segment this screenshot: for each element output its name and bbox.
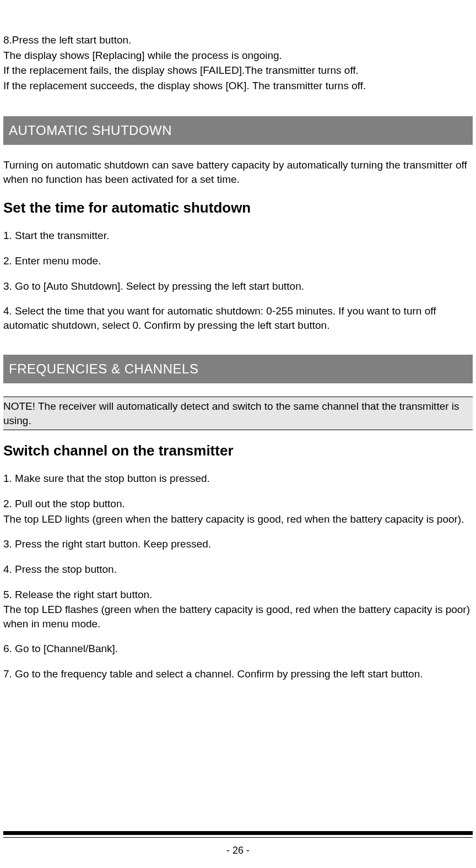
s1-step-2: 2. Enter menu mode.	[3, 254, 473, 268]
footer-hairline	[3, 837, 473, 838]
intro-line: If the replacement fails, the display sh…	[3, 63, 473, 78]
s2-step-1: 1. Make sure that the stop button is pre…	[3, 471, 473, 486]
note-text: NOTE! The receiver will automatically de…	[3, 400, 459, 426]
s1-step-4: 4. Select the time that you want for aut…	[3, 304, 473, 332]
s2-step-3: 3. Press the right start button. Keep pr…	[3, 537, 473, 551]
s1-step-3: 3. Go to [Auto Shutdown]. Select by pres…	[3, 279, 473, 294]
page: 8.Press the left start button. The displ…	[0, 0, 476, 868]
subheading-switch-channel: Switch channel on the transmitter	[3, 441, 473, 460]
s2-step-2: 2. Pull out the stop button.	[3, 497, 473, 511]
s2-step-2-after: The top LED lights (green when the batte…	[3, 512, 473, 527]
note-box: NOTE! The receiver will automatically de…	[3, 397, 473, 430]
intro-line: 8.Press the left start button.	[3, 33, 473, 47]
subheading-set-time: Set the time for automatic shutdown	[3, 198, 473, 218]
s2-step-5-after: The top LED flashes (green when the batt…	[3, 603, 473, 631]
page-number: - 26 -	[0, 844, 476, 857]
intro-line: The display shows [Replacing] while the …	[3, 48, 473, 63]
s2-step-5: 5. Release the right start button.	[3, 588, 473, 602]
intro-block: 8.Press the left start button. The displ…	[3, 33, 473, 93]
section-heading-automatic-shutdown: AUTOMATIC SHUTDOWN	[3, 116, 473, 145]
section-heading-frequencies-channels: FREQUENCIES & CHANNELS	[3, 355, 473, 383]
footer-rule	[3, 831, 473, 835]
s2-step-7: 7. Go to the frequency table and select …	[3, 667, 473, 681]
s1-step-1: 1. Start the transmitter.	[3, 229, 473, 243]
s2-step-6: 6. Go to [Channel/Bank].	[3, 642, 473, 656]
s2-step-4: 4. Press the stop button.	[3, 562, 473, 577]
intro-line: If the replacement succeeds, the display…	[3, 79, 473, 93]
section1-lead: Turning on automatic shutdown can save b…	[3, 158, 473, 186]
